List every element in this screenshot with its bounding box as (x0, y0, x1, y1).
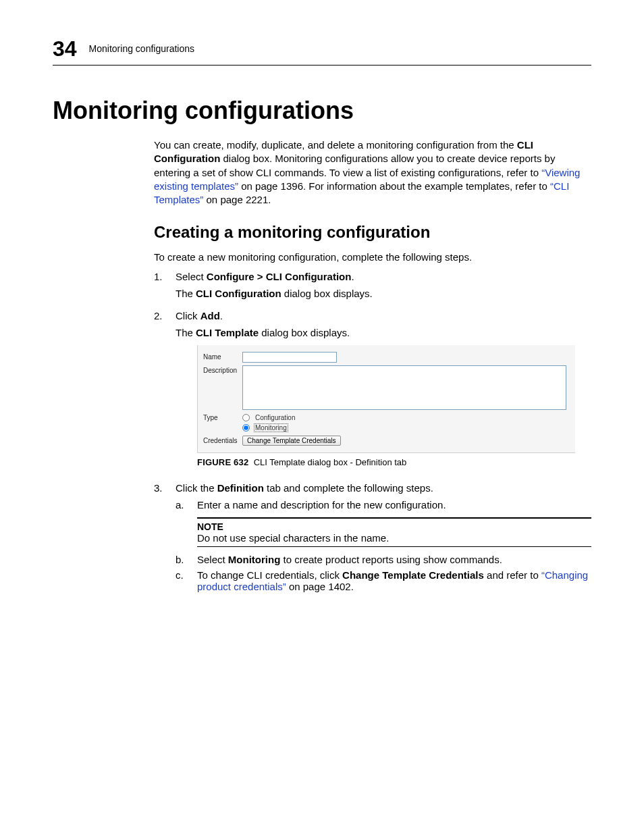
radio-monitoring-label: Monitoring (254, 423, 288, 432)
note-title: NOTE (197, 521, 591, 532)
step-2-follow-bold: CLI Template (196, 327, 259, 338)
note-rule: NOTE Do not use special characters in th… (197, 517, 591, 547)
dialog-row-description: Description (203, 365, 570, 410)
step-3-body: Click the Definition tab and complete th… (176, 482, 591, 596)
step-3a-text: Enter a name and description for the new… (197, 499, 591, 511)
step-1-follow: The CLI Configuration dialog box display… (176, 288, 591, 299)
radio-configuration-label: Configuration (254, 413, 296, 422)
intro-text-e: on page 2221. (203, 194, 271, 205)
step-1-bold: Configure > CLI Configuration (207, 271, 352, 282)
chapter-title: Monitoring configurations (89, 43, 194, 54)
step-2-follow-a: The (176, 327, 196, 338)
step-3b: b. Select Monitoring to create product r… (176, 554, 591, 565)
intro-paragraph: You can create, modify, duplicate, and d… (154, 138, 591, 207)
step-2-body: Click Add. The CLI Template dialog box d… (176, 310, 591, 477)
description-input[interactable] (242, 365, 566, 410)
section-heading: Creating a monitoring configuration (154, 221, 591, 243)
step-2: 2. Click Add. The CLI Template dialog bo… (154, 310, 591, 477)
step-3-c: tab and complete the following steps. (264, 482, 433, 494)
dialog-row-credentials: Credentials Change Template Credentials (203, 436, 570, 446)
figure-caption-text: CLI Template dialog box - Definition tab (254, 457, 407, 467)
figure-number: FIGURE 632 (197, 457, 248, 467)
step-3c-c: and refer to (484, 569, 541, 581)
step-3a-letter: a. (176, 499, 189, 511)
step-3-a: Click the (176, 482, 217, 494)
name-input[interactable] (242, 352, 337, 363)
step-3c-letter: c. (176, 569, 189, 592)
step-2-c: . (220, 310, 223, 321)
dialog-label-name: Name (203, 352, 237, 361)
step-3b-bold: Monitoring (228, 554, 280, 565)
step-1-body: Select Configure > CLI Configuration. Th… (176, 271, 591, 305)
step-2-bold: Add (200, 310, 220, 321)
step-3c-bold: Change Template Credentials (342, 569, 484, 581)
step-2-number: 2. (154, 310, 167, 477)
step-3b-text: Select Monitoring to create product repo… (197, 554, 591, 565)
step-1: 1. Select Configure > CLI Configuration.… (154, 271, 591, 305)
step-3b-letter: b. (176, 554, 189, 565)
step-3-number: 3. (154, 482, 167, 596)
dialog-label-credentials: Credentials (203, 436, 237, 444)
note-block: NOTE Do not use special characters in th… (197, 517, 591, 547)
page-title: Monitoring configurations (53, 97, 591, 125)
step-3: 3. Click the Definition tab and complete… (154, 482, 591, 596)
radio-monitoring[interactable]: Monitoring (242, 423, 296, 433)
dialog-label-description: Description (203, 365, 237, 374)
step-3a: a. Enter a name and description for the … (176, 499, 591, 511)
intro-text-a: You can create, modify, duplicate, and d… (154, 139, 517, 151)
step-3b-a: Select (197, 554, 228, 565)
section-heading-block: Creating a monitoring configuration To c… (154, 221, 591, 264)
dialog-row-name: Name (203, 352, 570, 363)
step-1-number: 1. (154, 271, 167, 305)
step-2-follow-c: dialog box displays. (259, 327, 350, 338)
step-1-c: . (351, 271, 354, 282)
step-2-text: Click Add. (176, 310, 591, 321)
chapter-number: 34 (53, 38, 77, 59)
page: 34 Monitoring configurations Monitoring … (0, 0, 644, 834)
note-body: Do not use special characters in the nam… (197, 532, 591, 544)
step-3c: c. To change CLI credentials, click Chan… (176, 569, 591, 592)
step-2-follow: The CLI Template dialog box displays. (176, 327, 591, 338)
step-3b-c: to create product reports using show com… (280, 554, 502, 565)
cli-template-dialog: Name Description Type Configuration (197, 345, 575, 453)
section-lead: To create a new monitoring configuration… (154, 251, 591, 264)
dialog-label-type: Type (203, 413, 237, 421)
intro-text-d: on page 1396. For information about the … (238, 180, 550, 192)
intro-text: You can create, modify, duplicate, and d… (154, 138, 591, 207)
step-1-a: Select (176, 271, 207, 282)
radio-monitoring-input[interactable] (242, 424, 250, 432)
dialog-row-type: Type Configuration Monitoring (203, 413, 570, 433)
step-3c-text: To change CLI credentials, click Change … (197, 569, 591, 592)
change-template-credentials-button[interactable]: Change Template Credentials (242, 436, 341, 446)
running-header: 34 Monitoring configurations (53, 38, 591, 66)
steps-list: 1. Select Configure > CLI Configuration.… (154, 271, 591, 596)
step-1-follow-bold: CLI Configuration (196, 288, 281, 299)
step-1-follow-a: The (176, 288, 196, 299)
radio-configuration-input[interactable] (242, 414, 250, 421)
step-3-text: Click the Definition tab and complete th… (176, 482, 591, 494)
step-1-follow-c: dialog box displays. (281, 288, 373, 299)
step-2-a: Click (176, 310, 200, 321)
figure-caption: FIGURE 632 CLI Template dialog box - Def… (197, 457, 591, 467)
step-1-text: Select Configure > CLI Configuration. (176, 271, 591, 282)
step-3-bold: Definition (217, 482, 264, 494)
step-3c-a: To change CLI credentials, click (197, 569, 342, 581)
step-3c-d: on page 1402. (286, 581, 354, 592)
dialog-type-options: Configuration Monitoring (242, 413, 296, 433)
radio-configuration[interactable]: Configuration (242, 413, 296, 423)
